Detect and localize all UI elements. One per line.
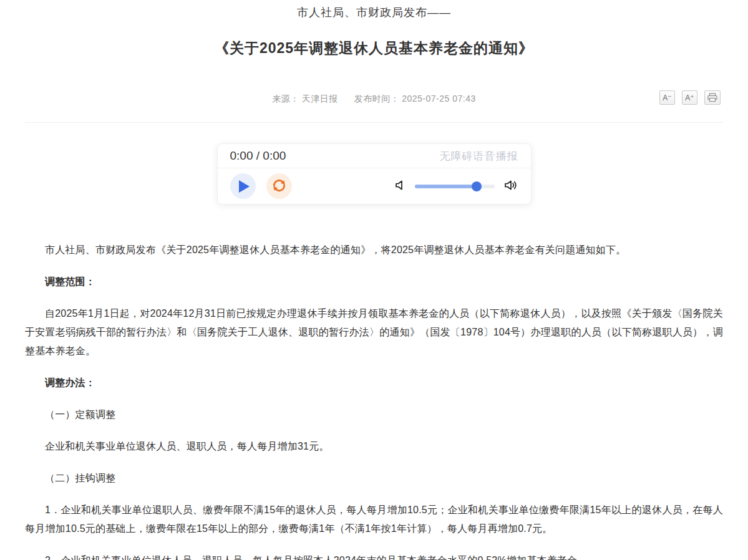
article-paragraph: 2．企业和机关事业单位退休人员、退职人员，每人每月按照本人2024年末的月基本养… xyxy=(25,551,723,560)
header-divider xyxy=(25,122,723,123)
player-top-row: 0:00 / 0:00 无障碍语音播报 xyxy=(218,144,531,168)
article-paragraph: 自2025年1月1日起，对2024年12月31日前已按规定办理退休手续并按月领取… xyxy=(25,304,723,360)
volume-thumb[interactable] xyxy=(472,181,482,191)
volume-loud-icon[interactable] xyxy=(503,179,518,194)
font-decrease-button[interactable]: A⁻ xyxy=(659,90,675,105)
print-button[interactable] xyxy=(704,90,721,105)
play-icon xyxy=(239,180,250,193)
font-increase-button[interactable]: A⁺ xyxy=(682,90,697,105)
source-label: 来源： xyxy=(272,94,299,104)
article-paragraph: （二）挂钩调整 xyxy=(25,469,723,488)
article-paragraph: （一）定额调整 xyxy=(25,405,723,424)
article-heading: 调整办法： xyxy=(25,374,723,392)
article-header: 市人社局、市财政局发布—— 《关于2025年调整退休人员基本养老金的通知》 来源… xyxy=(0,0,748,123)
volume-mute-icon[interactable] xyxy=(394,179,406,194)
article-paragraph: 市人社局、市财政局发布《关于2025年调整退休人员基本养老金的通知》，将2025… xyxy=(25,241,723,259)
audio-player: 0:00 / 0:00 无障碍语音播报 xyxy=(217,143,532,205)
article-body: 市人社局、市财政局发布《关于2025年调整退休人员基本养老金的通知》，将2025… xyxy=(25,205,723,560)
meta-row: 来源：天津日报发布时间：2025-07-25 07:43 A⁻ A⁺ xyxy=(0,93,748,109)
publish-time-label: 发布时间： xyxy=(354,94,400,104)
publisher-line: 市人社局、市财政局发布—— xyxy=(0,5,748,20)
play-button[interactable] xyxy=(230,173,256,199)
replay-button[interactable] xyxy=(266,173,292,199)
publish-time-value: 2025-07-25 07:43 xyxy=(402,94,476,104)
article-meta: 来源：天津日报发布时间：2025-07-25 07:43 xyxy=(271,94,477,104)
printer-icon xyxy=(707,93,717,102)
volume-group xyxy=(394,179,518,194)
page-title: 《关于2025年调整退休人员基本养老金的通知》 xyxy=(0,39,748,58)
source-value: 天津日报 xyxy=(302,94,338,104)
article-page: 市人社局、市财政局发布—— 《关于2025年调整退休人员基本养老金的通知》 来源… xyxy=(0,0,748,560)
loop-icon xyxy=(271,177,288,196)
volume-slider[interactable] xyxy=(415,185,495,188)
player-controls-row xyxy=(218,168,531,204)
player-time: 0:00 / 0:00 xyxy=(230,149,286,163)
article-heading: 调整范围： xyxy=(25,273,723,291)
volume-fill xyxy=(415,185,477,188)
article-paragraph: 企业和机关事业单位退休人员、退职人员，每人每月增加31元。 xyxy=(25,437,723,456)
player-label: 无障碍语音播报 xyxy=(440,149,518,163)
article-paragraph: 1．企业和机关事业单位退职人员、缴费年限不满15年的退休人员，每人每月增加10.… xyxy=(25,501,723,538)
font-tools: A⁻ A⁺ xyxy=(659,90,721,105)
